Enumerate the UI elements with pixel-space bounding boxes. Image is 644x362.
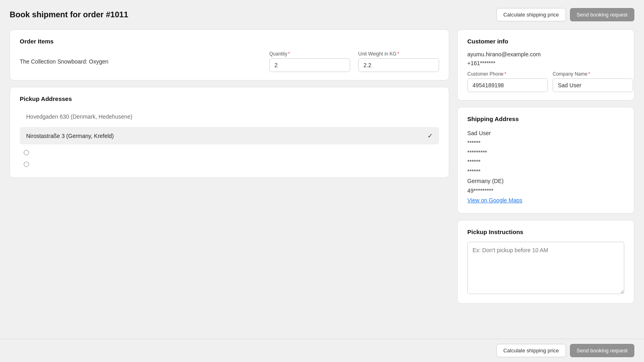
shipping-name: Sad User [467,129,624,138]
customer-phone-required: * [504,71,506,77]
shipping-line1: ****** [467,138,624,148]
view-on-google-maps-link[interactable]: View on Google Maps [467,197,522,204]
radio-items [20,148,439,169]
pickup-addresses-title: Pickup Addresses [20,95,439,102]
order-item-name: The Collection Snowboard: Oxygen [20,58,261,65]
shipping-line3: ****** [467,157,624,167]
pickup-addresses-card: Pickup Addresses Hovedgaden 630 (Denmark… [10,87,449,178]
company-name-field-group: Company Name* [553,71,633,92]
order-items-card: Order Items The Collection Snowboard: Ox… [10,29,449,80]
shipping-phone: 49********* [467,186,624,196]
pickup-addresses-list: Hovedgaden 630 (Denmark, Hedehusene) Nir… [20,109,439,169]
shipping-country: Germany (DE) [467,177,624,186]
quantity-input[interactable] [269,58,350,72]
customer-info-card: Customer info ayumu.hirano@example.com +… [457,29,634,101]
radio-input-1[interactable] [24,150,29,155]
order-item-row: The Collection Snowboard: Oxygen Quantit… [20,51,439,72]
header-actions: Calculate shipping price Send booking re… [496,8,634,21]
pickup-instructions-card: Pickup Instructions [457,220,634,304]
unit-weight-field-group: Unit Weight in KG* [358,51,439,72]
unit-weight-required-star: * [397,51,399,57]
pickup-instructions-title: Pickup Instructions [467,228,624,235]
unit-weight-label: Unit Weight in KG* [358,51,439,57]
calculate-shipping-button-header[interactable]: Calculate shipping price [496,8,566,21]
shipping-address-title: Shipping Address [467,115,624,122]
customer-info-row: Customer Phone* Company Name* [467,71,624,92]
footer-actions: Calculate shipping price Send booking re… [0,339,644,362]
company-name-label: Company Name* [553,71,633,77]
send-booking-button-header[interactable]: Send booking request [570,8,634,21]
check-icon: ✓ [427,132,433,140]
customer-phone-field-group: Customer Phone* [467,71,548,92]
pickup-address-option-1[interactable]: Hovedgaden 630 (Denmark, Hedehusene) [20,109,439,125]
customer-phone-display: +161******* [467,60,624,66]
quantity-field-group: Quantity* [269,51,350,72]
send-booking-button-footer[interactable]: Send booking request [570,344,634,357]
quantity-required-star: * [288,51,290,57]
radio-item-2[interactable] [20,159,439,169]
main-layout: Order Items The Collection Snowboard: Ox… [10,29,634,304]
right-column: Customer info ayumu.hirano@example.com +… [457,29,634,304]
pickup-instructions-textarea[interactable] [467,242,624,294]
customer-info-title: Customer info [467,38,624,45]
radio-item-1[interactable] [20,148,439,158]
order-items-title: Order Items [20,38,439,45]
unit-weight-input[interactable] [358,58,439,72]
customer-phone-input[interactable] [467,78,548,92]
shipping-address-block: Sad User ****** ********* ****** ****** … [467,129,624,205]
radio-input-2[interactable] [24,162,29,167]
calculate-shipping-button-footer[interactable]: Calculate shipping price [496,344,566,357]
company-name-input[interactable] [553,78,633,92]
customer-email: ayumu.hirano@example.com [467,51,624,58]
quantity-label: Quantity* [269,51,350,57]
customer-phone-label: Customer Phone* [467,71,548,77]
shipping-line2: ********* [467,148,624,158]
shipping-line4: ****** [467,167,624,177]
page-title: Book shipment for order #1011 [10,10,128,19]
pickup-address-option-2[interactable]: Nirostastraße 3 (Germany, Krefeld) ✓ [20,127,439,144]
left-column: Order Items The Collection Snowboard: Ox… [10,29,449,304]
shipping-address-card: Shipping Address Sad User ****** *******… [457,107,634,214]
company-name-required: * [588,71,590,77]
